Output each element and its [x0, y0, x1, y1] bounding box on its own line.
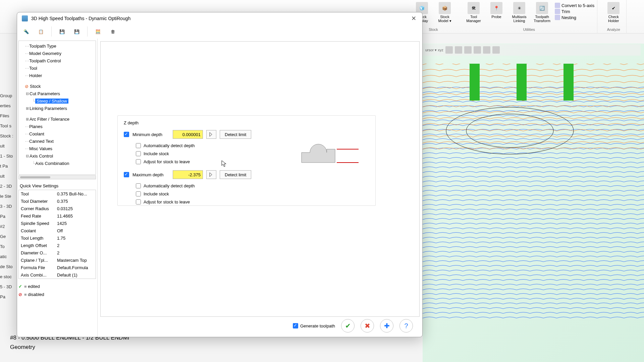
- toolpath-transform-button[interactable]: 🔄Toolpath Transform: [532, 1, 552, 23]
- parameter-tree[interactable]: ⋯Toolpath Type ⋯Model Geometry ⋯Toolpath…: [18, 41, 96, 175]
- flashlight-icon[interactable]: 🔦: [20, 26, 32, 37]
- depth-diagram: [291, 136, 359, 166]
- quickview-row: Corner Radius0.03125: [19, 205, 96, 212]
- zdepth-title: Z depth: [124, 120, 369, 125]
- multiaxis-linking-button[interactable]: ✳Multiaxis Linking: [509, 1, 529, 23]
- calculator-icon[interactable]: 🧮: [92, 26, 104, 37]
- probe-button[interactable]: 📍Probe: [486, 1, 506, 23]
- quickview-row: CoolantOff: [19, 227, 96, 234]
- dialog-footer: Generate toolpath ✔ ✖ ✚ ?: [100, 317, 420, 334]
- quickview-row: Tool Length1.75: [19, 234, 96, 242]
- generate-toolpath-checkbox[interactable]: Generate toolpath: [293, 323, 335, 328]
- max-auto-detect-checkbox[interactable]: Automatically detect depth: [136, 182, 369, 190]
- analyze-group-label: Analyze: [607, 27, 620, 32]
- max-depth-input[interactable]: [173, 170, 203, 179]
- quickview-row: Tool0.375 Bull-No...: [19, 190, 96, 197]
- tree-coolant[interactable]: ⋯Coolant: [19, 130, 96, 137]
- quickview-row: Length Offset2: [19, 242, 96, 249]
- vp-tool-icon[interactable]: [464, 46, 472, 54]
- toolpath-dialog: 3D High Speed Toolpaths - Dynamic OptiRo…: [17, 12, 423, 337]
- utilities-group-label: Utilities: [523, 27, 535, 32]
- close-icon[interactable]: ✕: [410, 14, 418, 22]
- vp-tool-icon[interactable]: [474, 46, 481, 54]
- svg-rect-5: [517, 64, 527, 101]
- quickview-row: Spindle Speed1425: [19, 220, 96, 227]
- 3d-viewport[interactable]: [423, 44, 644, 362]
- tree-axis-control[interactable]: ⊟Axis Control: [19, 152, 96, 160]
- max-detect-limit-button[interactable]: Detect limit: [220, 170, 251, 179]
- max-adjust-stock-checkbox[interactable]: Adjust for stock to leave: [136, 198, 369, 206]
- vp-tool-icon[interactable]: [445, 46, 453, 54]
- zdepth-panel: Z depth Minimum depth Detect limit Autom…: [117, 115, 376, 206]
- content-area: Z depth Minimum depth Detect limit Autom…: [98, 39, 422, 337]
- svg-rect-1: [423, 64, 644, 151]
- quickview-row: Cplane / Tpl...Mastercam Top: [19, 256, 96, 264]
- disabled-icon: ⊘: [18, 292, 22, 297]
- quickview-row: Formula FileDefault.Formula: [19, 264, 96, 271]
- tool-manager-button[interactable]: 🛠Tool Manager: [464, 1, 484, 23]
- max-include-stock-checkbox[interactable]: Include stock: [136, 190, 369, 198]
- save-icon[interactable]: 💾: [56, 26, 68, 37]
- ok-button[interactable]: ✔: [341, 319, 355, 333]
- tree-steep-shallow[interactable]: └Steep / Shallow: [19, 97, 96, 105]
- vp-tool-icon[interactable]: [492, 46, 500, 54]
- viewport-toolbar: ursor ▾ xyz: [423, 44, 641, 56]
- tree-misc-values[interactable]: ⋯Misc Values: [19, 145, 96, 152]
- save-green-icon[interactable]: 💾: [71, 26, 83, 37]
- quickview-header: Quick View Settings: [20, 183, 96, 188]
- quickview-grid: Tool0.375 Bull-No...Tool Diameter0.375Co…: [18, 190, 96, 279]
- tree-toolpath-control[interactable]: ⋯Toolpath Control: [19, 57, 96, 64]
- properties-icon[interactable]: 📋: [35, 26, 47, 37]
- min-detect-limit-button[interactable]: Detect limit: [220, 130, 251, 139]
- min-depth-pick-button[interactable]: [206, 130, 216, 139]
- max-depth-checkbox[interactable]: [124, 172, 129, 177]
- dialog-toolbar: 🔦 📋 💾 💾 🧮 🗑: [17, 24, 422, 39]
- dialog-title: 3D High Speed Toolpaths - Dynamic OptiRo…: [31, 16, 130, 21]
- tree-canned-text[interactable]: ⋯Canned Text: [19, 137, 96, 145]
- max-depth-label: Maximum depth: [132, 172, 169, 177]
- quickview-row: Axis Combi...Default (1): [19, 271, 96, 279]
- check-holder-button[interactable]: ✔Check Holder: [603, 1, 624, 23]
- min-depth-checkbox[interactable]: [124, 132, 129, 137]
- dialog-icon: [22, 15, 28, 21]
- vp-tool-icon[interactable]: [455, 46, 462, 54]
- trim-button[interactable]: Trim: [555, 9, 570, 14]
- min-depth-input[interactable]: [173, 130, 203, 139]
- svg-rect-6: [564, 64, 574, 101]
- max-depth-pick-button[interactable]: [206, 170, 216, 179]
- tree-stock[interactable]: ⊘Stock: [19, 82, 96, 90]
- vp-tool-icon[interactable]: [483, 46, 490, 54]
- tree-planes[interactable]: ⋯Planes: [19, 123, 96, 130]
- stock-model-button[interactable]: 📦Stock Model ▾: [435, 1, 455, 23]
- check-icon: ✓: [18, 284, 22, 289]
- svg-rect-4: [470, 64, 480, 101]
- help-button[interactable]: ?: [399, 319, 413, 333]
- nav-column: ⋯Toolpath Type ⋯Model Geometry ⋯Toolpath…: [17, 39, 98, 337]
- tree-arc-filter[interactable]: ⊞Arc Filter / Tolerance: [19, 115, 96, 123]
- min-depth-label: Minimum depth: [132, 132, 169, 137]
- delete-icon[interactable]: 🗑: [107, 26, 118, 37]
- stock-group-label: Stock: [429, 27, 438, 32]
- sidebar-clipped: GroupertiesFiles Tool sStock :ult 1 - St…: [0, 90, 15, 302]
- tree-holder[interactable]: ⋯Holder: [19, 72, 96, 79]
- tree-tool[interactable]: ⋯Tool: [19, 64, 96, 72]
- tree-axis-combination[interactable]: └Axis Combination: [19, 160, 96, 167]
- quickview-row: Tool Diameter0.375: [19, 197, 96, 205]
- tree-model-geometry[interactable]: ⋯Model Geometry: [19, 50, 96, 57]
- legend: ✓= edited ⊘= disabled: [18, 282, 96, 298]
- tree-cut-parameters[interactable]: ⊟Cut Parameters: [19, 90, 96, 97]
- dialog-titlebar: 3D High Speed Toolpaths - Dynamic OptiRo…: [17, 12, 422, 24]
- tree-linking-parameters[interactable]: ⊞Linking Parameters: [19, 105, 96, 112]
- nesting-button[interactable]: Nesting: [555, 15, 576, 20]
- quickview-row: Feed Rate11.4665: [19, 212, 96, 220]
- add-button[interactable]: ✚: [380, 319, 393, 333]
- quickview-row: Diameter O...2: [19, 249, 96, 256]
- convert-5axis-button[interactable]: Convert to 5-axis: [555, 3, 594, 8]
- cancel-button[interactable]: ✖: [361, 319, 374, 333]
- tree-hscroll[interactable]: [18, 175, 96, 179]
- tree-toolpath-type[interactable]: ⋯Toolpath Type: [19, 42, 96, 50]
